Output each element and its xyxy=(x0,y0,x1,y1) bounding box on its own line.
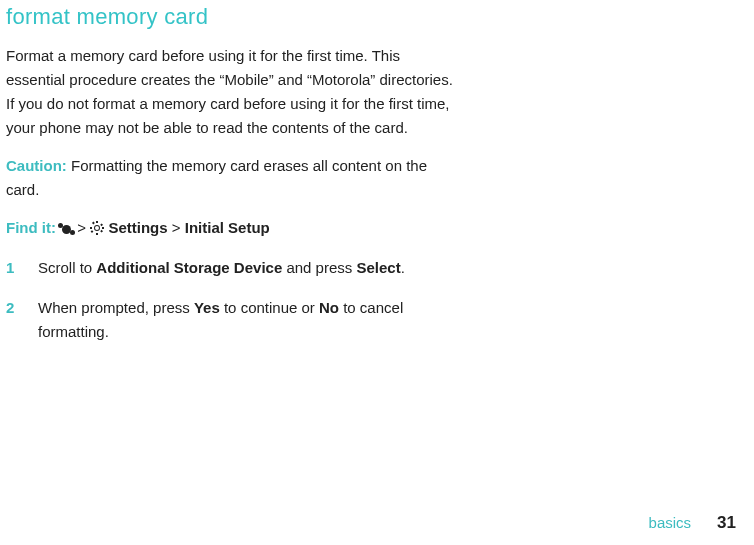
steps-list: Scroll to Additional Storage Device and … xyxy=(6,256,458,344)
initial-setup-label: Initial Setup xyxy=(185,219,270,236)
menu-icon xyxy=(62,225,71,234)
step-item: Scroll to Additional Storage Device and … xyxy=(6,256,458,280)
page-number: 31 xyxy=(717,513,736,532)
intro-paragraph: Format a memory card before using it for… xyxy=(6,44,458,140)
step-bold: No xyxy=(319,299,339,316)
step-text: When prompted, press xyxy=(38,299,194,316)
step-bold: Select xyxy=(356,259,400,276)
page-title: format memory card xyxy=(6,4,732,30)
step-bold: Additional Storage Device xyxy=(96,259,282,276)
caution-label: Caution: xyxy=(6,157,67,174)
find-it-line: Find it: > Settings > Initial Setup xyxy=(6,216,458,242)
step-bold: Yes xyxy=(194,299,220,316)
caution-paragraph: Caution: Formatting the memory card eras… xyxy=(6,154,458,202)
page-footer: basics31 xyxy=(649,513,736,533)
step-text: to continue or xyxy=(220,299,319,316)
step-text: and press xyxy=(282,259,356,276)
settings-icon xyxy=(90,218,104,242)
caution-text: Formatting the memory card erases all co… xyxy=(6,157,427,198)
step-item: When prompted, press Yes to continue or … xyxy=(6,296,458,344)
find-it-label: Find it: xyxy=(6,219,60,236)
step-text: . xyxy=(401,259,405,276)
step-text: Scroll to xyxy=(38,259,96,276)
footer-section: basics xyxy=(649,514,692,531)
settings-label: Settings xyxy=(108,219,167,236)
